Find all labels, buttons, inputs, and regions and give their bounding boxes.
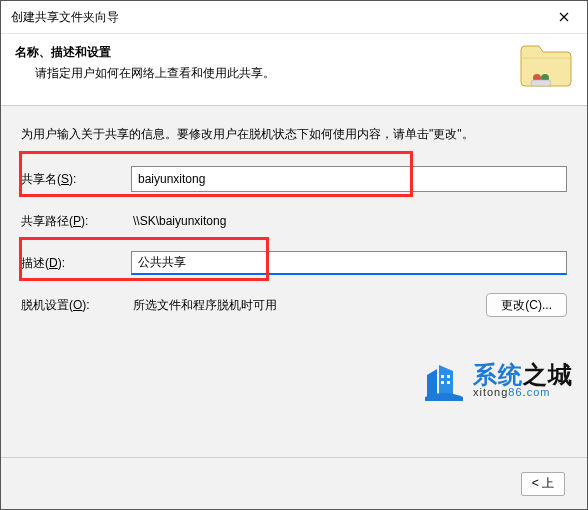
label-offline: 脱机设置(O):: [21, 297, 131, 314]
svg-rect-5: [441, 381, 444, 384]
row-offline: 脱机设置(O): 所选文件和程序脱机时可用 更改(C)...: [21, 291, 567, 319]
svg-rect-4: [447, 375, 450, 378]
value-share-path: \\SK\baiyunxitong: [131, 214, 567, 228]
window-title: 创建共享文件夹向导: [1, 9, 541, 26]
input-description[interactable]: [131, 251, 567, 275]
wizard-footer: < 上: [1, 457, 587, 509]
label-share-name: 共享名(S):: [21, 171, 131, 188]
watermark-text: 系统之城 xitong86.com: [473, 362, 573, 399]
header-text: 名称、描述和设置 请指定用户如何在网络上查看和使用此共享。: [15, 44, 519, 82]
label-share-path: 共享路径(P):: [21, 213, 131, 230]
titlebar: 创建共享文件夹向导: [1, 1, 587, 34]
svg-rect-6: [447, 381, 450, 384]
wizard-body: 为用户输入关于共享的信息。要修改用户在脱机状态下如何使用内容，请单击"更改"。 …: [1, 106, 587, 457]
svg-rect-3: [441, 375, 444, 378]
wizard-window: 创建共享文件夹向导 名称、描述和设置 请指定用户如何在网络上查看和使用此共享。 …: [0, 0, 588, 510]
close-icon: [559, 12, 569, 22]
row-description: 描述(D):: [21, 249, 567, 277]
value-offline: 所选文件和程序脱机时可用: [131, 297, 476, 314]
watermark-logo-icon: [423, 359, 465, 401]
header-title: 名称、描述和设置: [15, 44, 519, 61]
label-description: 描述(D):: [21, 255, 131, 272]
change-button[interactable]: 更改(C)...: [486, 293, 567, 317]
watermark-brand: 系统之城: [473, 362, 573, 387]
back-button[interactable]: < 上: [521, 472, 565, 496]
close-button[interactable]: [541, 1, 587, 33]
watermark-url: xitong86.com: [473, 387, 573, 399]
intro-text: 为用户输入关于共享的信息。要修改用户在脱机状态下如何使用内容，请单击"更改"。: [21, 126, 567, 143]
svg-rect-2: [531, 80, 551, 86]
row-share-path: 共享路径(P): \\SK\baiyunxitong: [21, 207, 567, 235]
row-share-name: 共享名(S):: [21, 165, 567, 193]
watermark: 系统之城 xitong86.com: [423, 359, 573, 401]
input-share-name[interactable]: [131, 166, 567, 192]
wizard-header: 名称、描述和设置 请指定用户如何在网络上查看和使用此共享。: [1, 34, 587, 106]
shared-folder-icon: [519, 42, 573, 88]
header-subtitle: 请指定用户如何在网络上查看和使用此共享。: [15, 65, 519, 82]
